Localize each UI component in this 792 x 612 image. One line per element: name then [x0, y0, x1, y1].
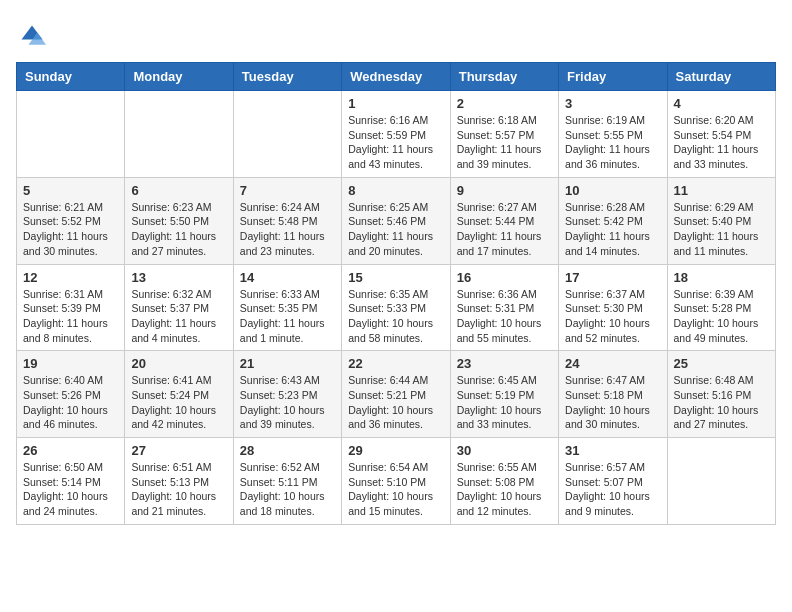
header-thursday: Thursday — [450, 63, 558, 91]
day-number: 1 — [348, 96, 443, 111]
header-saturday: Saturday — [667, 63, 775, 91]
calendar-cell: 22Sunrise: 6:44 AM Sunset: 5:21 PM Dayli… — [342, 351, 450, 438]
day-info: Sunrise: 6:55 AM Sunset: 5:08 PM Dayligh… — [457, 460, 552, 519]
day-info: Sunrise: 6:54 AM Sunset: 5:10 PM Dayligh… — [348, 460, 443, 519]
day-info: Sunrise: 6:16 AM Sunset: 5:59 PM Dayligh… — [348, 113, 443, 172]
day-number: 25 — [674, 356, 769, 371]
day-info: Sunrise: 6:31 AM Sunset: 5:39 PM Dayligh… — [23, 287, 118, 346]
day-info: Sunrise: 6:39 AM Sunset: 5:28 PM Dayligh… — [674, 287, 769, 346]
calendar-cell — [125, 91, 233, 178]
day-number: 11 — [674, 183, 769, 198]
calendar-cell: 5Sunrise: 6:21 AM Sunset: 5:52 PM Daylig… — [17, 177, 125, 264]
day-number: 28 — [240, 443, 335, 458]
header-friday: Friday — [559, 63, 667, 91]
header-monday: Monday — [125, 63, 233, 91]
day-info: Sunrise: 6:32 AM Sunset: 5:37 PM Dayligh… — [131, 287, 226, 346]
day-info: Sunrise: 6:47 AM Sunset: 5:18 PM Dayligh… — [565, 373, 660, 432]
day-number: 30 — [457, 443, 552, 458]
calendar-week-row: 1Sunrise: 6:16 AM Sunset: 5:59 PM Daylig… — [17, 91, 776, 178]
calendar-cell: 11Sunrise: 6:29 AM Sunset: 5:40 PM Dayli… — [667, 177, 775, 264]
day-number: 26 — [23, 443, 118, 458]
calendar-cell: 17Sunrise: 6:37 AM Sunset: 5:30 PM Dayli… — [559, 264, 667, 351]
day-number: 19 — [23, 356, 118, 371]
day-info: Sunrise: 6:33 AM Sunset: 5:35 PM Dayligh… — [240, 287, 335, 346]
day-number: 20 — [131, 356, 226, 371]
calendar-header-row: SundayMondayTuesdayWednesdayThursdayFrid… — [17, 63, 776, 91]
day-number: 3 — [565, 96, 660, 111]
calendar-cell: 26Sunrise: 6:50 AM Sunset: 5:14 PM Dayli… — [17, 438, 125, 525]
day-number: 21 — [240, 356, 335, 371]
day-number: 14 — [240, 270, 335, 285]
day-number: 23 — [457, 356, 552, 371]
day-number: 2 — [457, 96, 552, 111]
calendar-cell: 10Sunrise: 6:28 AM Sunset: 5:42 PM Dayli… — [559, 177, 667, 264]
day-number: 5 — [23, 183, 118, 198]
calendar-week-row: 26Sunrise: 6:50 AM Sunset: 5:14 PM Dayli… — [17, 438, 776, 525]
calendar-cell: 18Sunrise: 6:39 AM Sunset: 5:28 PM Dayli… — [667, 264, 775, 351]
calendar-cell: 24Sunrise: 6:47 AM Sunset: 5:18 PM Dayli… — [559, 351, 667, 438]
day-number: 27 — [131, 443, 226, 458]
day-info: Sunrise: 6:23 AM Sunset: 5:50 PM Dayligh… — [131, 200, 226, 259]
day-number: 10 — [565, 183, 660, 198]
calendar-cell: 2Sunrise: 6:18 AM Sunset: 5:57 PM Daylig… — [450, 91, 558, 178]
calendar-cell: 16Sunrise: 6:36 AM Sunset: 5:31 PM Dayli… — [450, 264, 558, 351]
calendar-cell: 19Sunrise: 6:40 AM Sunset: 5:26 PM Dayli… — [17, 351, 125, 438]
day-info: Sunrise: 6:50 AM Sunset: 5:14 PM Dayligh… — [23, 460, 118, 519]
day-number: 31 — [565, 443, 660, 458]
day-number: 9 — [457, 183, 552, 198]
day-info: Sunrise: 6:52 AM Sunset: 5:11 PM Dayligh… — [240, 460, 335, 519]
calendar-cell: 31Sunrise: 6:57 AM Sunset: 5:07 PM Dayli… — [559, 438, 667, 525]
calendar-cell: 6Sunrise: 6:23 AM Sunset: 5:50 PM Daylig… — [125, 177, 233, 264]
day-info: Sunrise: 6:51 AM Sunset: 5:13 PM Dayligh… — [131, 460, 226, 519]
day-number: 29 — [348, 443, 443, 458]
day-number: 6 — [131, 183, 226, 198]
day-number: 4 — [674, 96, 769, 111]
calendar-cell — [17, 91, 125, 178]
calendar-cell — [667, 438, 775, 525]
calendar-cell: 27Sunrise: 6:51 AM Sunset: 5:13 PM Dayli… — [125, 438, 233, 525]
header-tuesday: Tuesday — [233, 63, 341, 91]
calendar-table: SundayMondayTuesdayWednesdayThursdayFrid… — [16, 62, 776, 525]
calendar-cell: 15Sunrise: 6:35 AM Sunset: 5:33 PM Dayli… — [342, 264, 450, 351]
day-info: Sunrise: 6:37 AM Sunset: 5:30 PM Dayligh… — [565, 287, 660, 346]
calendar-cell: 3Sunrise: 6:19 AM Sunset: 5:55 PM Daylig… — [559, 91, 667, 178]
calendar-week-row: 12Sunrise: 6:31 AM Sunset: 5:39 PM Dayli… — [17, 264, 776, 351]
day-number: 8 — [348, 183, 443, 198]
day-number: 12 — [23, 270, 118, 285]
calendar-cell: 8Sunrise: 6:25 AM Sunset: 5:46 PM Daylig… — [342, 177, 450, 264]
page-header — [16, 16, 776, 54]
day-number: 17 — [565, 270, 660, 285]
day-number: 15 — [348, 270, 443, 285]
calendar-cell: 21Sunrise: 6:43 AM Sunset: 5:23 PM Dayli… — [233, 351, 341, 438]
day-info: Sunrise: 6:36 AM Sunset: 5:31 PM Dayligh… — [457, 287, 552, 346]
day-info: Sunrise: 6:43 AM Sunset: 5:23 PM Dayligh… — [240, 373, 335, 432]
day-info: Sunrise: 6:45 AM Sunset: 5:19 PM Dayligh… — [457, 373, 552, 432]
day-info: Sunrise: 6:28 AM Sunset: 5:42 PM Dayligh… — [565, 200, 660, 259]
day-number: 7 — [240, 183, 335, 198]
header-wednesday: Wednesday — [342, 63, 450, 91]
day-info: Sunrise: 6:25 AM Sunset: 5:46 PM Dayligh… — [348, 200, 443, 259]
day-info: Sunrise: 6:41 AM Sunset: 5:24 PM Dayligh… — [131, 373, 226, 432]
day-number: 16 — [457, 270, 552, 285]
day-info: Sunrise: 6:24 AM Sunset: 5:48 PM Dayligh… — [240, 200, 335, 259]
day-info: Sunrise: 6:20 AM Sunset: 5:54 PM Dayligh… — [674, 113, 769, 172]
header-sunday: Sunday — [17, 63, 125, 91]
calendar-cell: 28Sunrise: 6:52 AM Sunset: 5:11 PM Dayli… — [233, 438, 341, 525]
day-info: Sunrise: 6:35 AM Sunset: 5:33 PM Dayligh… — [348, 287, 443, 346]
calendar-cell: 13Sunrise: 6:32 AM Sunset: 5:37 PM Dayli… — [125, 264, 233, 351]
calendar-cell: 30Sunrise: 6:55 AM Sunset: 5:08 PM Dayli… — [450, 438, 558, 525]
day-number: 13 — [131, 270, 226, 285]
calendar-cell: 9Sunrise: 6:27 AM Sunset: 5:44 PM Daylig… — [450, 177, 558, 264]
day-number: 18 — [674, 270, 769, 285]
day-number: 22 — [348, 356, 443, 371]
calendar-cell: 1Sunrise: 6:16 AM Sunset: 5:59 PM Daylig… — [342, 91, 450, 178]
day-info: Sunrise: 6:18 AM Sunset: 5:57 PM Dayligh… — [457, 113, 552, 172]
calendar-cell: 12Sunrise: 6:31 AM Sunset: 5:39 PM Dayli… — [17, 264, 125, 351]
day-info: Sunrise: 6:40 AM Sunset: 5:26 PM Dayligh… — [23, 373, 118, 432]
calendar-cell: 7Sunrise: 6:24 AM Sunset: 5:48 PM Daylig… — [233, 177, 341, 264]
calendar-cell: 14Sunrise: 6:33 AM Sunset: 5:35 PM Dayli… — [233, 264, 341, 351]
calendar-cell — [233, 91, 341, 178]
calendar-week-row: 19Sunrise: 6:40 AM Sunset: 5:26 PM Dayli… — [17, 351, 776, 438]
day-info: Sunrise: 6:27 AM Sunset: 5:44 PM Dayligh… — [457, 200, 552, 259]
day-info: Sunrise: 6:29 AM Sunset: 5:40 PM Dayligh… — [674, 200, 769, 259]
